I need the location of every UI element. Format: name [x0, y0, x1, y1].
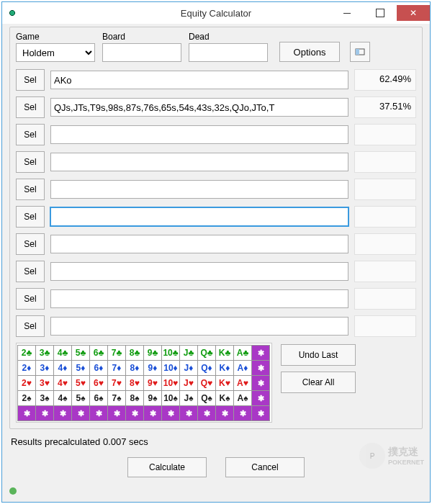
card-J♣[interactable]: J♣	[179, 345, 198, 361]
card-8♥[interactable]: 8♥	[125, 375, 144, 391]
card-4♥[interactable]: 4♥	[53, 375, 72, 391]
range-input-5[interactable]	[50, 207, 348, 226]
card-A♣[interactable]: A♣	[233, 345, 252, 361]
sel-button-1[interactable]: Sel	[16, 96, 45, 118]
sel-button-2[interactable]: Sel	[16, 124, 45, 145]
rank-wildcard[interactable]: ✱	[161, 405, 180, 421]
card-10♦[interactable]: 10♦	[161, 360, 180, 376]
card-A♠[interactable]: A♠	[233, 390, 252, 406]
card-7♥[interactable]: 7♥	[107, 375, 126, 391]
rank-wildcard[interactable]: ✱	[89, 405, 108, 421]
card-2♦[interactable]: 2♦	[17, 360, 36, 376]
card-10♥[interactable]: 10♥	[161, 375, 180, 391]
sel-button-4[interactable]: Sel	[16, 179, 45, 200]
card-9♦[interactable]: 9♦	[143, 360, 162, 376]
card-5♦[interactable]: 5♦	[71, 360, 90, 376]
sel-button-3[interactable]: Sel	[16, 151, 45, 173]
card-4♣[interactable]: 4♣	[53, 345, 72, 361]
card-Q♠[interactable]: Q♠	[197, 390, 216, 406]
card-8♦[interactable]: 8♦	[125, 360, 144, 376]
card-K♦[interactable]: K♦	[215, 360, 234, 376]
card-A♦[interactable]: A♦	[233, 360, 252, 376]
range-input-9[interactable]	[50, 317, 348, 336]
range-input-1[interactable]	[50, 98, 348, 117]
rank-wildcard[interactable]: ✱	[125, 405, 144, 421]
range-input-7[interactable]	[50, 262, 348, 281]
range-input-2[interactable]	[50, 125, 348, 144]
rank-wildcard[interactable]: ✱	[35, 405, 54, 421]
card-K♠[interactable]: K♠	[215, 390, 234, 406]
rank-wildcard[interactable]: ✱	[233, 405, 252, 421]
suit-wildcard[interactable]: ✱	[251, 375, 270, 391]
options-button[interactable]: Options	[279, 42, 340, 62]
card-Q♥[interactable]: Q♥	[197, 375, 216, 391]
card-8♠[interactable]: 8♠	[125, 390, 144, 406]
card-3♣[interactable]: 3♣	[35, 345, 54, 361]
card-K♣[interactable]: K♣	[215, 345, 234, 361]
rank-wildcard[interactable]: ✱	[53, 405, 72, 421]
calculate-button[interactable]: Calculate	[127, 457, 207, 477]
card-J♦[interactable]: J♦	[179, 360, 198, 376]
card-J♠[interactable]: J♠	[179, 390, 198, 406]
undo-last-button[interactable]: Undo Last	[281, 344, 356, 366]
dead-input[interactable]	[189, 43, 268, 62]
sel-button-9[interactable]: Sel	[16, 315, 45, 337]
card-4♦[interactable]: 4♦	[53, 360, 72, 376]
range-input-0[interactable]	[50, 71, 348, 89]
range-input-8[interactable]	[50, 289, 348, 308]
card-4♠[interactable]: 4♠	[53, 390, 72, 406]
range-input-6[interactable]	[50, 235, 348, 253]
card-K♥[interactable]: K♥	[215, 375, 234, 391]
card-6♦[interactable]: 6♦	[89, 360, 108, 376]
card-2♣[interactable]: 2♣	[17, 345, 36, 361]
card-2♠[interactable]: 2♠	[17, 390, 36, 406]
card-A♥[interactable]: A♥	[233, 375, 252, 391]
cancel-button[interactable]: Cancel	[225, 457, 305, 477]
board-input[interactable]	[102, 43, 181, 62]
rank-wildcard[interactable]: ✱	[251, 405, 270, 421]
rank-wildcard[interactable]: ✱	[215, 405, 234, 421]
rank-wildcard[interactable]: ✱	[143, 405, 162, 421]
card-6♥[interactable]: 6♥	[89, 375, 108, 391]
card-6♣[interactable]: 6♣	[89, 345, 108, 361]
card-J♥[interactable]: J♥	[179, 375, 198, 391]
suit-wildcard[interactable]: ✱	[251, 360, 270, 376]
card-3♠[interactable]: 3♠	[35, 390, 54, 406]
rank-wildcard[interactable]: ✱	[107, 405, 126, 421]
card-5♣[interactable]: 5♣	[71, 345, 90, 361]
range-input-3[interactable]	[50, 153, 348, 171]
close-button[interactable]	[397, 5, 430, 21]
suit-wildcard[interactable]: ✱	[251, 390, 270, 406]
card-9♠[interactable]: 9♠	[143, 390, 162, 406]
rank-wildcard[interactable]: ✱	[17, 405, 36, 421]
card-5♠[interactable]: 5♠	[71, 390, 90, 406]
card-2♥[interactable]: 2♥	[17, 375, 36, 391]
card-9♥[interactable]: 9♥	[143, 375, 162, 391]
card-3♥[interactable]: 3♥	[35, 375, 54, 391]
card-10♣[interactable]: 10♣	[161, 345, 180, 361]
minimize-button[interactable]	[330, 5, 364, 21]
card-6♠[interactable]: 6♠	[89, 390, 108, 406]
card-9♣[interactable]: 9♣	[143, 345, 162, 361]
card-Q♦[interactable]: Q♦	[197, 360, 216, 376]
suit-wildcard[interactable]: ✱	[251, 345, 270, 361]
sel-button-6[interactable]: Sel	[16, 233, 45, 255]
sel-button-0[interactable]: Sel	[16, 69, 45, 91]
card-7♣[interactable]: 7♣	[107, 345, 126, 361]
card-3♦[interactable]: 3♦	[35, 360, 54, 376]
clear-all-button[interactable]: Clear All	[281, 372, 356, 393]
rank-wildcard[interactable]: ✱	[197, 405, 216, 421]
rank-wildcard[interactable]: ✱	[71, 405, 90, 421]
card-7♠[interactable]: 7♠	[107, 390, 126, 406]
sel-button-8[interactable]: Sel	[16, 288, 45, 310]
range-input-4[interactable]	[50, 180, 348, 199]
card-Q♣[interactable]: Q♣	[197, 345, 216, 361]
card-10♠[interactable]: 10♠	[161, 390, 180, 406]
card-7♦[interactable]: 7♦	[107, 360, 126, 376]
sel-button-7[interactable]: Sel	[16, 261, 45, 282]
game-select[interactable]: Holdem	[16, 43, 95, 62]
sel-button-5[interactable]: Sel	[16, 206, 45, 228]
maximize-button[interactable]	[364, 5, 397, 21]
expand-button[interactable]	[350, 42, 370, 62]
card-8♣[interactable]: 8♣	[125, 345, 144, 361]
